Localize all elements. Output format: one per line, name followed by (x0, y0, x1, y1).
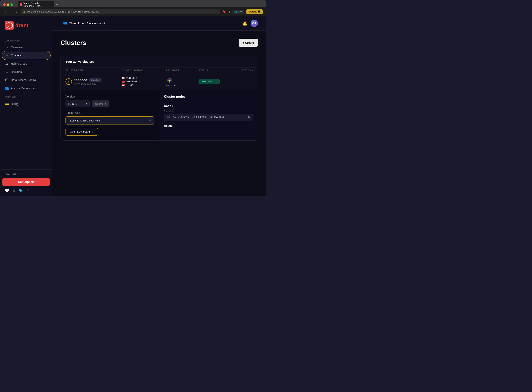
tab-close-btn[interactable]: × (50, 4, 52, 6)
svg-rect-15 (122, 85, 124, 86)
sidebar: drant DASHBOARD ⌂ Overview ≡ Clusters ☁ … (0, 16, 52, 196)
endpoint-copy-icon[interactable]: ⧉ (248, 116, 250, 119)
user-avatar[interactable]: OR (251, 20, 258, 27)
sidebar-item-hybrid-cloud[interactable]: ☁ Hybrid Cloud (2, 60, 50, 67)
tab-title: Vector Search Database | Qdr... (23, 2, 48, 7)
more-actions-icon[interactable]: ··· (250, 79, 253, 84)
traffic-light-green[interactable] (10, 3, 13, 6)
cluster-url-copy-icon[interactable]: ⧉ (149, 119, 151, 122)
update-chevron-icon: ☰ (258, 10, 260, 13)
sidebar-item-access-management[interactable]: 👥 Access Management (2, 84, 50, 92)
version-selector: v1.10.1 ▾ Update ↑ (66, 101, 154, 107)
sidebar-item-data-access[interactable]: ⚿ Data Access Control (2, 76, 50, 84)
sidebar-item-backups[interactable]: ⊙ Backups (2, 68, 50, 76)
cluster-info: foooooo Free tier Show code example (74, 78, 102, 85)
account-name: Oliver Rice - Base Account (69, 22, 105, 25)
sidebar-item-overview[interactable]: ⌂ Overview (2, 43, 50, 51)
cluster-sub[interactable]: Show code example (74, 82, 102, 85)
email-icon[interactable]: ✉ (26, 188, 29, 193)
endpoint-label: Endpoint (164, 110, 253, 112)
community-links: 💬 ⊕ 🐦 ✉ (2, 186, 50, 193)
disk-icon (122, 77, 125, 79)
home-icon: ⌂ (5, 46, 9, 49)
sidebar-bottom: Need Help? Get Support 💬 ⊕ 🐦 ✉ (0, 169, 52, 196)
browser-titlebar: Vector Search Database | Qdr... × + (0, 0, 266, 7)
update-label: Update (249, 10, 257, 13)
expanded-left: Version v1.10.1 ▾ Update ↑ Cluster UR (61, 90, 159, 140)
config-disk-label: 4GB DISK (126, 77, 137, 79)
clusters-icon: ≡ (5, 54, 9, 57)
bookmark-icon[interactable]: 🔖 (223, 10, 226, 13)
sidebar-item-label-clusters: Clusters (11, 54, 21, 57)
sidebar-item-label-hybrid-cloud: Hybrid Cloud (11, 62, 27, 65)
svg-rect-13 (122, 84, 125, 86)
sidebar-item-billing[interactable]: 💳 Billing (2, 100, 50, 108)
svg-point-17 (169, 78, 170, 79)
create-cluster-btn[interactable]: + Create (239, 39, 258, 47)
active-tab[interactable]: Vector Search Database | Qdr... × (18, 1, 54, 9)
github-icon[interactable]: ⊕ (13, 188, 15, 193)
cluster-nodes-title: Cluster nodes (164, 95, 253, 101)
endpoint-field: https://node-0-327041ce-390f-4f61-bcc3-2… (164, 114, 253, 121)
twitter-icon[interactable]: 🐦 (19, 188, 23, 193)
open-dashboard-btn[interactable]: Open Dashboard ⤢ (66, 128, 98, 135)
vpn-badge[interactable]: 🌐 VPN (233, 10, 245, 14)
version-value: v1.10.1 (68, 102, 77, 105)
svg-rect-5 (10, 25, 10, 25)
notification-bell-icon[interactable]: 🔔 (242, 21, 247, 26)
version-dropdown[interactable]: v1.10.1 ▾ (66, 101, 90, 107)
cluster-url-section-label: Cluster URL (66, 111, 154, 114)
provider-cell: us-east4 (166, 77, 198, 87)
header-right: 🔔 OR (242, 20, 258, 27)
gcp-provider-icon (166, 77, 173, 83)
update-browser-btn[interactable]: Update ☰ (246, 9, 263, 14)
endpoint-value: https://node-0-327041ce-390f-4f61-bcc3-2… (167, 116, 225, 119)
dashboard-section-label: DASHBOARD (2, 40, 50, 42)
svg-rect-10 (122, 81, 125, 83)
forward-btn[interactable]: › (9, 10, 13, 13)
billing-icon: 💳 (5, 102, 9, 106)
traffic-light-yellow[interactable] (7, 3, 9, 6)
svg-rect-4 (9, 25, 9, 25)
tab-bar: Vector Search Database | Qdr... × + (18, 1, 59, 9)
cluster-row: ∨ foooooo Free tier Show code example (61, 73, 258, 141)
cluster-url-value: https://327041ce-390f-4f61 (69, 119, 100, 122)
update-version-label: Update (95, 102, 104, 105)
get-support-btn[interactable]: Get Support (2, 178, 50, 186)
main-content: 👥 Oliver Rice - Base Account ⌄ 🔔 OR Clus… (52, 16, 266, 196)
update-version-btn[interactable]: Update ↑ (92, 101, 109, 107)
svg-point-16 (166, 77, 173, 83)
new-tab-btn[interactable]: + (55, 2, 59, 7)
address-bar[interactable]: 🔒 cloud.qdrant.io/accounts/1b1e9823-076d… (21, 9, 220, 14)
config-disk: 4GB DISK (122, 77, 166, 79)
browser-chrome: Vector Search Database | Qdr... × + ‹ › … (0, 0, 266, 16)
update-arrow-icon: ↑ (105, 102, 106, 105)
free-tier-badge: Free tier (89, 78, 102, 82)
usage-title: Usage (164, 124, 253, 127)
traffic-light-red[interactable] (3, 3, 6, 6)
clusters-header: Clusters + Create (61, 39, 258, 47)
svg-rect-12 (122, 82, 124, 82)
clusters-section: Clusters + Create (52, 31, 266, 56)
discord-icon[interactable]: 💬 (5, 188, 9, 193)
refresh-btn[interactable]: ↻ (14, 10, 19, 13)
cluster-expand-btn[interactable]: ∨ (66, 78, 72, 85)
svg-rect-6 (9, 26, 9, 27)
actions-cell[interactable]: ··· (239, 79, 253, 84)
sidebar-item-label-overview: Overview (11, 46, 23, 49)
share-icon[interactable]: ⬆ (228, 10, 231, 13)
config-cell: 4GB DISK 1GB RAM (122, 77, 166, 87)
svg-point-20 (168, 79, 169, 81)
sidebar-item-clusters[interactable]: ≡ Clusters (2, 51, 50, 59)
account-selector[interactable]: 👥 Oliver Rice - Base Account ⌄ (61, 19, 111, 27)
browser-actions: 🔖 ⬆ 🌐 VPN Update ☰ (223, 9, 263, 14)
sidebar-nav: DASHBOARD ⌂ Overview ≡ Clusters ☁ Hybrid… (0, 34, 52, 169)
backups-icon: ⊙ (5, 70, 9, 74)
config-ram: 1GB RAM (122, 80, 166, 83)
account-people-icon: 👥 (63, 21, 67, 26)
svg-point-19 (169, 80, 170, 82)
chevron-down-icon: ∨ (68, 80, 70, 83)
th-cluster-tier: CLUSTER TIER (66, 69, 122, 71)
back-btn[interactable]: ‹ (3, 10, 7, 13)
cluster-name: foooooo (74, 78, 87, 82)
